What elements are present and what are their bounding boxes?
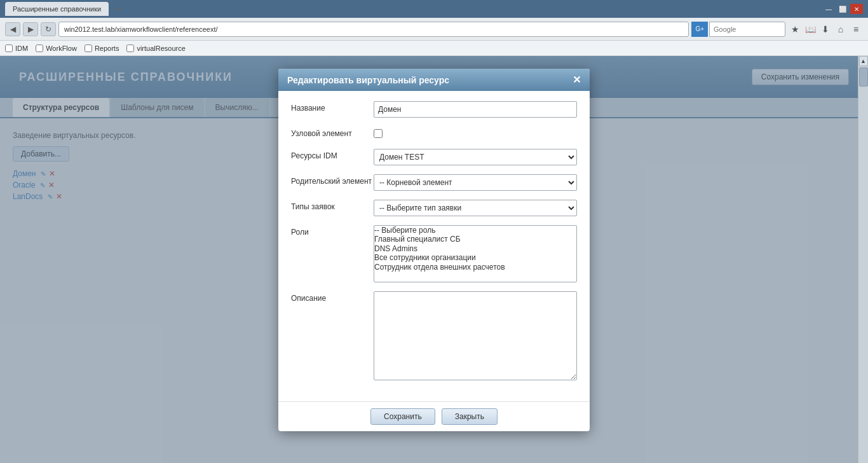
modal-save-button[interactable]: Сохранить [370,408,435,425]
search-engine-selector[interactable]: G+ [691,22,708,37]
label-node: Узловой элемент [291,127,374,138]
label-roles: Роли [291,225,374,237]
bookmark-idm-label: IDM [15,45,28,52]
new-tab-button[interactable]: + [111,3,125,15]
bookmark-virtual-label: virtualResource [137,45,185,52]
menu-icon[interactable]: ≡ [849,22,863,36]
download-icon[interactable]: ⬇ [818,22,832,36]
form-row-roles: Роли -- Выберите роль Главный специалист… [291,225,577,282]
control-description [374,291,577,382]
label-name: Название [291,101,374,113]
maximize-button[interactable]: ⬜ [836,4,849,14]
scrollbar: ▲ [858,56,868,463]
scroll-up-arrow[interactable]: ▲ [859,56,868,66]
modal-dialog: Редактировать виртуальный ресурс ✕ Назва… [278,69,590,431]
label-description: Описание [291,291,374,303]
bookmark-workflow-label: WorkFlow [46,45,77,52]
bookmark-idm-checkbox[interactable] [5,45,13,52]
control-node [374,127,577,140]
search-engine-label: G+ [695,25,704,32]
nav-icons-group: ★ 📖 ⬇ ⌂ ≡ [788,22,863,36]
bookmark-reports-label: Reports [95,45,119,52]
bookmark-idm[interactable]: IDM [5,45,28,52]
tab-strip: Расширенные справочники + [5,2,125,16]
label-parent: Родительский элемент [291,174,374,186]
reader-icon[interactable]: 📖 [803,22,817,36]
form-row-idm: Ресурсы IDM Домен TEST [291,149,577,165]
modal-overlay: Редактировать виртуальный ресурс ✕ Назва… [0,56,868,463]
form-row-ticket: Типы заявок -- Выберите тип заявки [291,200,577,216]
scroll-thumb[interactable] [859,67,868,86]
option-role-default[interactable]: -- Выберите роль [374,226,576,235]
bookmark-virtualresource[interactable]: virtualResource [126,45,185,52]
option-role-dns[interactable]: DNS Admins [374,244,576,253]
modal-body: Название Узловой элемент Ресурсы IDM [278,91,590,401]
bookmark-reports-checkbox[interactable] [85,45,92,52]
navigation-bar: ◀ ▶ ↻ G+ ★ 📖 ⬇ ⌂ ≡ [0,18,868,41]
option-role-main-spec[interactable]: Главный специалист СБ [374,235,576,244]
bookmark-icon[interactable]: ★ [788,22,802,36]
bookmark-workflow[interactable]: WorkFlow [36,45,77,52]
select-idm[interactable]: Домен TEST [374,149,577,165]
checkbox-node[interactable] [374,129,383,138]
bookmarks-bar: IDM WorkFlow Reports virtualResource [0,41,868,56]
browser-tab[interactable]: Расширенные справочники [5,2,109,16]
form-row-parent: Родительский элемент -- Корневой элемент [291,174,577,191]
label-ticket: Типы заявок [291,200,374,211]
back-button[interactable]: ◀ [5,22,20,36]
option-role-all-staff[interactable]: Все сотрудники организации [374,253,576,262]
select-ticket[interactable]: -- Выберите тип заявки [374,200,577,216]
form-row-description: Описание [291,291,577,382]
bookmark-virtual-checkbox[interactable] [126,45,134,52]
search-input[interactable] [709,22,785,37]
control-idm: Домен TEST [374,149,577,165]
modal-cancel-button[interactable]: Закрыть [442,408,498,425]
bookmark-reports[interactable]: Reports [85,45,119,52]
control-name [374,101,577,118]
control-roles: -- Выберите роль Главный специалист СБ D… [374,225,577,282]
minimize-button[interactable]: — [822,4,835,14]
control-ticket: -- Выберите тип заявки [374,200,577,216]
window-controls: — ⬜ ✕ [822,4,863,14]
close-button[interactable]: ✕ [850,4,863,14]
url-bar[interactable] [58,22,689,37]
home-icon[interactable]: ⌂ [834,22,848,36]
title-bar: Расширенные справочники + — ⬜ ✕ [0,0,868,18]
modal-header: Редактировать виртуальный ресурс ✕ [278,69,590,91]
modal-footer: Сохранить Закрыть [278,401,590,431]
search-container: G+ [691,22,785,37]
form-row-node: Узловой элемент [291,127,577,140]
tab-label: Расширенные справочники [13,5,101,13]
modal-title: Редактировать виртуальный ресурс [287,75,449,85]
refresh-button[interactable]: ↻ [41,22,56,36]
modal-close-button[interactable]: ✕ [573,74,581,86]
listbox-roles[interactable]: -- Выберите роль Главный специалист СБ D… [374,225,577,282]
textarea-description[interactable] [374,291,577,380]
label-idm: Ресурсы IDM [291,149,374,160]
option-role-external[interactable]: Сотрудник отдела внешних расчетов [374,263,576,272]
select-parent[interactable]: -- Корневой элемент [374,174,577,191]
forward-button[interactable]: ▶ [23,22,38,36]
input-name[interactable] [374,101,577,118]
page-content: РАСШИРЕННЫЕ СПРАВОЧНИКИ Сохранить измене… [0,56,868,463]
control-parent: -- Корневой элемент [374,174,577,191]
form-row-name: Название [291,101,577,118]
bookmark-workflow-checkbox[interactable] [36,45,43,52]
